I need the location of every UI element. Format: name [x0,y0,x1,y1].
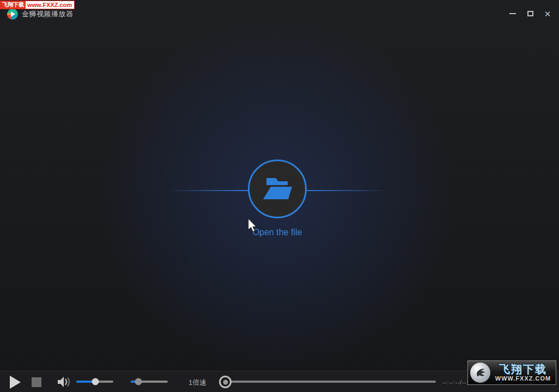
play-button[interactable] [10,376,21,389]
banner-site-label: 飞翔下载 [1,1,26,9]
maximize-button[interactable] [523,8,537,20]
minimize-button[interactable] [506,8,520,20]
watermark-site-url: WWW.FXXZ.COM [495,376,551,382]
maximize-icon [527,11,533,16]
secondary-slider[interactable] [131,381,168,383]
speaker-icon[interactable] [57,376,70,388]
decor-line-right [306,190,387,191]
fxxz-logo-icon [470,363,490,383]
banner-site-url: www.FXXZ.com [26,2,72,8]
close-button[interactable]: ✕ [540,8,555,20]
seek-bar[interactable] [221,381,436,383]
top-watermark-banner: 飞翔下载 www.FXXZ.com [0,1,75,9]
watermark-site-label: 飞翔下载 [499,364,547,375]
decor-line-left [168,190,248,191]
bottom-watermark: 飞翔下载 WWW.FXXZ.COM [467,360,556,385]
volume-slider-knob[interactable] [92,378,99,385]
player-window: 飞翔下载 www.FXXZ.com 金狮视频播放器 ✕ [0,0,559,392]
open-folder-icon [260,175,294,203]
app-logo-play-icon [7,9,18,20]
video-viewport: Open the file [0,0,559,392]
close-icon: ✕ [544,10,551,18]
app-title: 金狮视频播放器 [22,9,74,19]
open-file-button[interactable] [248,160,307,218]
app-brand: 金狮视频播放器 [7,9,74,20]
watermark-text: 飞翔下载 WWW.FXXZ.COM [493,364,554,382]
mouse-cursor [246,218,258,232]
open-file-label[interactable]: Open the file [223,228,332,237]
playback-speed-label[interactable]: 1倍速 [189,378,206,388]
titlebar[interactable]: 金狮视频播放器 ✕ [0,0,559,24]
secondary-slider-knob[interactable] [135,378,142,385]
minimize-icon [509,13,516,14]
stop-button[interactable] [32,377,41,387]
window-controls: ✕ [506,8,555,20]
volume-slider[interactable] [76,381,113,383]
seek-bar-knob[interactable] [219,376,232,388]
